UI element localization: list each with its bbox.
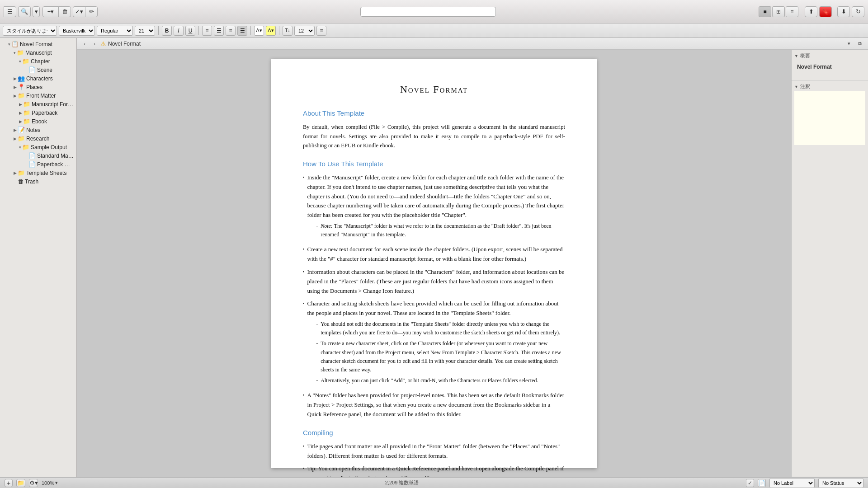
std-manuscript-icon: 📄: [28, 152, 36, 159]
research-arrow: ▶: [14, 136, 17, 141]
edit-btn[interactable]: ✏: [85, 6, 98, 17]
breadcrumb-back-btn[interactable]: ‹: [80, 40, 89, 48]
doc-heading-compiling: Compiling: [303, 427, 565, 438]
snapshot-btn[interactable]: ✓▾: [73, 6, 85, 17]
paperback-novel-icon: 📄: [28, 161, 36, 168]
sidebar-item-trash[interactable]: ▶ 🗑 Trash: [0, 177, 76, 186]
doc-heading-how-to: How To Use This Template: [303, 159, 565, 169]
sidebar-places-label: Places: [26, 84, 42, 90]
sidebar-item-paperback-novel[interactable]: ▶ 📄 Paperback Novel: [0, 160, 76, 169]
status-right: ✓ 📄 No Label No Status: [746, 478, 863, 488]
delete-btn[interactable]: 🗑: [58, 6, 71, 17]
sub-item-4-2: - To create a new character sheet, click…: [316, 339, 565, 374]
breadcrumb-right: ▾ ⧉: [844, 40, 864, 48]
sidebar-toggle-btn[interactable]: ☰: [4, 6, 16, 17]
italic-btn[interactable]: I: [174, 26, 184, 36]
title-input[interactable]: Novel Format: [360, 7, 496, 17]
align-justify-btn[interactable]: ☰: [237, 26, 247, 36]
add-btn[interactable]: +▾: [42, 6, 59, 17]
align-left-btn[interactable]: ≡: [202, 26, 212, 36]
bullet-c2: •: [303, 465, 305, 472]
right-panel: ▼ 概要 Novel Format ▼ 注釈: [791, 50, 868, 477]
dash-4-2: -: [316, 339, 318, 347]
zoom-selector[interactable]: 100% ▾: [42, 480, 58, 486]
places-arrow: ▶: [14, 85, 17, 89]
status-spell-btn[interactable]: ✓: [746, 479, 754, 487]
status-doc-btn[interactable]: 📄: [758, 479, 766, 487]
search-dropdown-btn[interactable]: ▾: [33, 6, 40, 17]
sidebar-item-chapter[interactable]: ▾ 📁 Chapter: [0, 57, 76, 66]
sidebar-item-label: Novel Format: [20, 41, 52, 47]
front-matter-arrow: ▶: [14, 94, 17, 98]
inspector-content: Novel Format: [794, 60, 865, 78]
bold-btn[interactable]: B: [162, 26, 172, 36]
sidebar-item-sample-output[interactable]: ▾ 📁 Sample Output: [0, 143, 76, 151]
notes-arrow: ▶: [14, 128, 17, 132]
split-btn[interactable]: ⧉: [855, 40, 864, 48]
notes-header[interactable]: ▼ 注釈: [794, 82, 865, 91]
doc-para-about: By default, when compiled (File > Compil…: [303, 122, 565, 150]
sub-item-4-3: - Alternatively, you can just click "Add…: [316, 376, 565, 385]
size-select[interactable]: 21: [135, 26, 155, 36]
sidebar-item-places[interactable]: ▶ 📍 Places: [0, 83, 76, 91]
fmt-sep-1: [158, 26, 159, 35]
sidebar-item-ebook[interactable]: ▶ 📁 Ebook: [0, 117, 76, 126]
status-sidebar-btn[interactable]: 📁: [16, 479, 25, 487]
corkboard-view-btn[interactable]: ⊞: [772, 6, 785, 17]
sidebar-item-scene[interactable]: ▶ 📄 Scene: [0, 66, 76, 74]
dash-1-1: -: [316, 222, 318, 230]
main-toolbar: ☰ 🔍 ▾ +▾ 🗑 ✓▾ ✏ Novel Format ■ ⊞ ≡ ⬆ 🔖 ⬇…: [0, 0, 868, 23]
bullet-1: •: [303, 174, 305, 181]
sidebar-item-novel-format[interactable]: ▾ 📋 Novel Format: [0, 40, 76, 48]
view-mode-btn[interactable]: ▾: [844, 40, 854, 48]
small-size-select[interactable]: 12: [294, 26, 315, 36]
ebook-arrow: ▶: [19, 119, 22, 124]
font-size-down-btn[interactable]: T↓: [283, 26, 292, 36]
sidebar-item-notes[interactable]: ▶ 📝 Notes: [0, 126, 76, 134]
sidebar-sample-output-label: Sample Output: [31, 144, 67, 150]
fmt-sep-4: [279, 26, 279, 35]
sidebar-item-manuscript[interactable]: ▾ 📁 Manuscript: [0, 48, 76, 57]
underline-btn[interactable]: U: [185, 26, 195, 36]
doc-bullet-item-5: • A "Notes" folder has been provided for…: [303, 391, 565, 419]
sidebar-item-template-sheets[interactable]: ▶ 📁 Template Sheets: [0, 169, 76, 177]
notes-content-area[interactable]: [794, 91, 865, 145]
label-select[interactable]: No Label: [769, 478, 815, 488]
share-btn[interactable]: ⬆: [805, 6, 817, 17]
outline-view-btn[interactable]: ≡: [786, 6, 798, 17]
template-sheets-arrow: ▶: [14, 171, 17, 175]
highlight-color-btn[interactable]: A▾: [266, 26, 276, 36]
sidebar-chapter-label: Chapter: [31, 58, 50, 65]
style-select[interactable]: スタイルがありません: [3, 26, 57, 36]
sidebar-item-characters[interactable]: ▶ 👥 Characters: [0, 74, 76, 83]
document-area[interactable]: Novel Format About This Template By defa…: [77, 50, 791, 477]
align-center-btn[interactable]: ☰: [214, 26, 224, 36]
search-btn[interactable]: 🔍: [18, 6, 31, 17]
chapter-arrow: ▾: [19, 59, 21, 64]
list-btn[interactable]: ≡: [316, 26, 326, 36]
sidebar-manuscript-label: Manuscript: [25, 50, 52, 56]
align-right-btn[interactable]: ≡: [226, 26, 236, 36]
sidebar-item-front-matter[interactable]: ▶ 📁 Front Matter: [0, 91, 76, 100]
title-bar: Novel Format: [100, 7, 756, 17]
weight-select[interactable]: Regular: [97, 26, 133, 36]
status-add-btn[interactable]: +: [5, 479, 13, 487]
sub-item-4-2-text: To create a new character sheet, click o…: [321, 339, 565, 374]
font-select[interactable]: Baskerville: [59, 26, 95, 36]
breadcrumb-forward-btn[interactable]: ›: [90, 40, 99, 48]
import-btn[interactable]: ⬇: [837, 6, 850, 17]
sidebar-item-paperback[interactable]: ▶ 📁 Paperback: [0, 108, 76, 117]
sidebar-item-standard-manuscript[interactable]: ▶ 📄 Standard Manuscript: [0, 151, 76, 160]
single-view-btn[interactable]: ■: [759, 6, 771, 17]
status-bar: + 📁 ⚙▾ 100% ▾ 2,209 複数単語 ✓ 📄 No Label No…: [0, 477, 868, 488]
sync-btn[interactable]: ↻: [852, 6, 864, 17]
status-select[interactable]: No Status: [818, 478, 863, 488]
inspector-title: Novel Format: [795, 62, 864, 72]
add-delete-group: +▾ 🗑: [42, 6, 71, 17]
sidebar-item-manuscript-format[interactable]: ▶ 📁 Manuscript Format: [0, 100, 76, 108]
sidebar-item-research[interactable]: ▶ 📁 Research: [0, 134, 76, 143]
status-settings-btn[interactable]: ⚙▾: [29, 479, 38, 487]
bookmark-btn[interactable]: 🔖: [819, 6, 832, 17]
text-color-btn[interactable]: A▾: [254, 26, 264, 36]
inspector-header[interactable]: ▼ 概要: [794, 52, 865, 60]
